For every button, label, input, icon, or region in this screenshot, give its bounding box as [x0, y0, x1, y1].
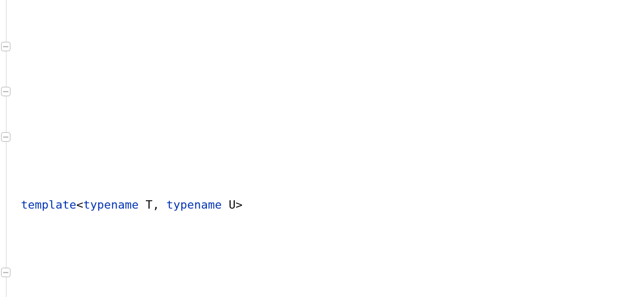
punct: > [236, 198, 243, 211]
code-editor[interactable]: template<typename T, typename U> auto do… [0, 0, 644, 297]
type-param: T [139, 198, 153, 211]
fold-icon[interactable] [1, 268, 10, 277]
fold-icon[interactable] [1, 42, 10, 51]
punct: < [76, 198, 83, 211]
keyword: typename [83, 198, 139, 211]
fold-icon[interactable] [1, 87, 10, 96]
type-param: U [222, 198, 236, 211]
gutter [0, 0, 18, 297]
code-line[interactable]: template<typename T, typename U> [21, 193, 644, 216]
keyword: typename [159, 198, 222, 211]
punct: , [153, 198, 159, 211]
keyword: template [21, 198, 76, 211]
code-area[interactable]: template<typename T, typename U> auto do… [21, 104, 644, 297]
fold-icon[interactable] [1, 132, 10, 142]
